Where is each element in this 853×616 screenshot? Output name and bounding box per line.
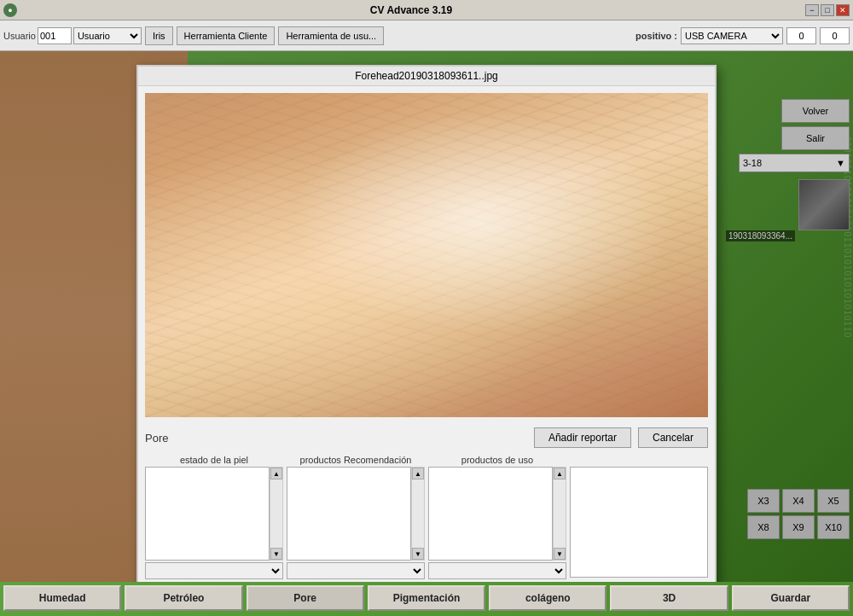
pore-button[interactable]: Pore: [247, 585, 364, 611]
col3-textarea[interactable]: [428, 467, 553, 561]
col3-scrollbar: ▲ ▼: [553, 467, 566, 561]
device-label: positivo :: [635, 31, 677, 41]
col3-scroll-up[interactable]: ▲: [554, 468, 566, 479]
add-report-button[interactable]: Añadir reportar: [534, 427, 631, 448]
humedad-button[interactable]: Humedad: [3, 585, 121, 611]
col1-select[interactable]: [145, 562, 283, 579]
modal-label-row: Pore Añadir reportar Cancelar: [145, 427, 708, 448]
cam-num2-input[interactable]: [820, 27, 850, 44]
modal-dialog: Forehead20190318093611..jpg Pore Añadir …: [136, 65, 717, 582]
user-field: Usuario Usuario: [3, 27, 142, 44]
col1-scrollbar: ▲ ▼: [270, 467, 283, 561]
col4-label: [570, 455, 708, 465]
title-bar: ● CV Advance 3.19 − □ ✕: [0, 0, 853, 20]
col3-label: productos de uso: [428, 455, 566, 465]
herramienta-cliente-button[interactable]: Herramienta Cliente: [177, 26, 276, 45]
col2-label: productos Recomendación: [287, 455, 425, 465]
3d-button[interactable]: 3D: [610, 585, 728, 611]
column-estado-piel: estado de la piel ▲ ▼: [145, 455, 283, 579]
app-icon: ●: [3, 3, 17, 17]
col1-textarea[interactable]: [145, 467, 270, 561]
colageno-button[interactable]: colágeno: [489, 585, 606, 611]
col2-textarea[interactable]: [287, 467, 411, 561]
app-background: Usuario Usuario Iris Herramienta Cliente…: [0, 20, 853, 616]
modal-action-buttons: Añadir reportar Cancelar: [534, 427, 708, 448]
col1-label: estado de la piel: [145, 455, 283, 465]
col1-scroll-down[interactable]: ▼: [270, 548, 282, 560]
col3-select[interactable]: [428, 562, 566, 579]
camera-area: 010101101010101010110101010101010110 Vol…: [0, 51, 853, 582]
toolbar: Usuario Usuario Iris Herramienta Cliente…: [0, 20, 853, 51]
col2-select[interactable]: [287, 562, 425, 579]
column-productos-uso: productos de uso ▲ ▼: [428, 455, 566, 579]
user-id-input[interactable]: [38, 27, 72, 44]
col1-scroll-up[interactable]: ▲: [270, 468, 282, 479]
columns-section: estado de la piel ▲ ▼: [145, 455, 708, 582]
user-label: Usuario: [3, 31, 36, 41]
device-select[interactable]: USB CAMERA: [681, 27, 783, 44]
petroleo-button[interactable]: Petróleo: [125, 585, 242, 611]
column-productos-recomendacion: productos Recomendación ▲ ▼: [287, 455, 425, 579]
guardar-button[interactable]: Guardar: [732, 585, 850, 611]
herramienta-usuario-button[interactable]: Herramienta de usu...: [278, 26, 384, 45]
col4-textarea[interactable]: [570, 467, 708, 578]
col2-scrollbar: ▲ ▼: [411, 467, 425, 561]
window-controls: − □ ✕: [805, 4, 850, 16]
column-blank: [570, 455, 708, 579]
minimize-button[interactable]: −: [805, 4, 819, 16]
iris-button[interactable]: Iris: [145, 26, 173, 45]
col3-scroll-down[interactable]: ▼: [554, 548, 566, 560]
col2-scroll-down[interactable]: ▼: [412, 548, 424, 560]
pigmentacion-button[interactable]: Pigmentación: [368, 585, 485, 611]
modal-section-label: Pore: [145, 432, 168, 445]
app-title: CV Advance 3.19: [17, 4, 805, 16]
modal-overlay: Forehead20190318093611..jpg Pore Añadir …: [0, 51, 853, 582]
bottom-bar: Humedad Petróleo Pore Pigmentación colág…: [0, 582, 853, 616]
user-select[interactable]: Usuario: [73, 27, 142, 44]
skin-close-up-image: [145, 93, 708, 417]
cancel-button[interactable]: Cancelar: [638, 427, 708, 448]
maximize-button[interactable]: □: [821, 4, 834, 16]
modal-footer: Pore Añadir reportar Cancelar estado de …: [138, 424, 715, 582]
col2-scroll-up[interactable]: ▲: [412, 468, 424, 479]
modal-image-container: [145, 93, 708, 417]
close-button[interactable]: ✕: [836, 4, 850, 16]
modal-title: Forehead20190318093611..jpg: [138, 67, 715, 86]
cam-num1-input[interactable]: [786, 27, 816, 44]
